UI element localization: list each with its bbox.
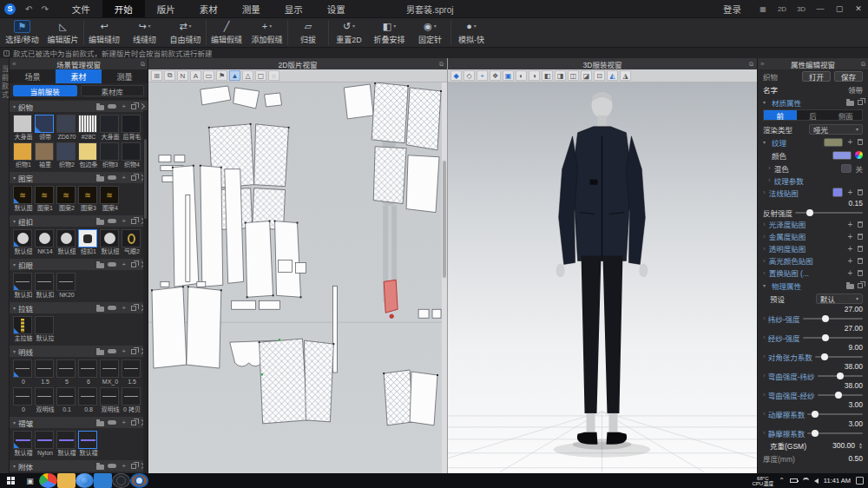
topstitch-swatch[interactable]: 双明线 xyxy=(100,387,121,413)
viewport-2d-tool-icon[interactable]: ▲ xyxy=(229,70,240,81)
viewport-3d-tool-icon[interactable]: ◧ xyxy=(542,70,553,81)
slider-track[interactable] xyxy=(807,432,863,434)
thickness-value[interactable]: 0.50 xyxy=(848,454,863,463)
fabric-swatch[interactable]: #28C xyxy=(78,115,99,141)
folder-icon[interactable] xyxy=(846,101,854,106)
section-tool-icon[interactable] xyxy=(96,421,104,426)
physical-section-header[interactable]: ▾ 物理属性 xyxy=(758,279,868,292)
ribbon-tool-button[interactable]: ↪▾ 线缝纫 xyxy=(124,20,165,45)
viewport-3d-tool-icon[interactable]: ◐ xyxy=(516,70,527,81)
clock[interactable]: 11:41 AM xyxy=(824,477,851,485)
fabric-swatch[interactable]: 大身面 xyxy=(100,115,121,141)
section-tool-icon[interactable] xyxy=(96,176,104,181)
slider-track[interactable] xyxy=(807,413,863,415)
render-type-select[interactable]: 哑光▾ xyxy=(809,124,863,135)
layout-toggle-icon[interactable]: ▦ xyxy=(755,0,771,17)
section-tool-icon[interactable] xyxy=(108,420,116,425)
viewport-2d-tool-icon[interactable]: ▢ xyxy=(255,70,266,81)
section-tool-icon[interactable] xyxy=(96,307,104,312)
popout-icon[interactable]: ⧉ xyxy=(141,61,145,68)
popout-icon[interactable]: ⧉ xyxy=(861,61,865,68)
viewport-3d-tool-icon[interactable]: ▣ xyxy=(503,70,514,81)
topstitch-swatch[interactable]: 0 拷贝 xyxy=(122,387,142,413)
section-tool-icon[interactable] xyxy=(108,464,116,468)
blend-swatch[interactable] xyxy=(841,164,852,173)
taskbar-app-icon[interactable] xyxy=(94,473,112,488)
pattern-swatch[interactable]: 图案2 xyxy=(56,186,77,212)
pattern-swatch[interactable]: 默认图 xyxy=(13,186,34,212)
section-header-attachments[interactable]: ▾ 附体 + xyxy=(10,460,148,472)
map-label[interactable]: 光泽度贴图 xyxy=(769,219,806,229)
map-label[interactable]: 置换贴图 (... xyxy=(769,267,809,278)
normal-map-label[interactable]: 法线贴图 xyxy=(769,188,799,198)
pattern-canvas[interactable] xyxy=(148,82,447,473)
pleat-swatch[interactable]: 默认褶 xyxy=(56,431,77,457)
section-tool-icon[interactable] xyxy=(131,262,136,267)
collapse-icon[interactable]: « xyxy=(12,60,16,68)
add-icon[interactable]: + xyxy=(846,232,854,241)
topstitch-swatch[interactable]: 0.8 xyxy=(78,387,99,413)
topstitch-swatch[interactable]: 1.5 xyxy=(122,359,142,386)
pleat-swatch[interactable]: Nylon xyxy=(35,431,56,457)
section-header-patterns[interactable]: ▾ 图案 + xyxy=(10,172,148,183)
trash-icon[interactable] xyxy=(858,246,863,252)
save-button[interactable]: 保存 xyxy=(834,71,863,82)
viewport-3d-tool-icon[interactable]: ❖ xyxy=(490,70,501,81)
section-header-pleats[interactable]: ▾ 褶皱 + xyxy=(10,417,148,428)
color-swatch[interactable] xyxy=(832,151,852,160)
copy-icon[interactable] xyxy=(858,283,863,288)
viewport-3d-tool-icon[interactable]: ◭ xyxy=(607,70,618,81)
viewport-3d-tool-icon[interactable]: ⊡ xyxy=(594,70,605,81)
dropdown-caret-icon[interactable]: ▾ xyxy=(474,20,477,33)
layout-toggle-icon[interactable]: 2D xyxy=(774,0,790,17)
slider-knob[interactable] xyxy=(812,411,819,418)
section-tool-icon[interactable] xyxy=(108,306,116,310)
add-icon[interactable]: + xyxy=(846,268,854,278)
taskbar-app-icon[interactable] xyxy=(76,473,94,488)
taskbar-app-icon[interactable] xyxy=(39,473,57,488)
section-header-buttons[interactable]: ▾ 纽扣 + xyxy=(10,215,148,227)
ribbon-tool-button[interactable]: ▱ 归拔 xyxy=(287,20,328,45)
slider-knob[interactable] xyxy=(806,209,813,216)
section-tool-icon[interactable] xyxy=(131,464,136,469)
battery-icon[interactable] xyxy=(790,478,798,483)
dropdown-caret-icon[interactable]: ▾ xyxy=(269,20,272,33)
map-label[interactable]: 透明度贴图 xyxy=(769,243,806,254)
topstitch-swatch[interactable]: 5 xyxy=(56,359,77,386)
menu-item[interactable]: 版片 xyxy=(145,0,187,17)
slider-track[interactable] xyxy=(818,375,863,377)
hidden-icons-chevron[interactable]: ⌃ xyxy=(779,477,785,485)
section-tool-icon[interactable] xyxy=(96,350,104,355)
viewport-2d-tool-icon[interactable]: ⚑ xyxy=(216,70,227,81)
map-label[interactable]: 金属度贴图 xyxy=(769,231,806,241)
ribbon-tool-button[interactable]: ╱ 编辑假缝 xyxy=(206,20,247,45)
trash-icon[interactable] xyxy=(858,139,863,145)
viewport-2d-tool-icon[interactable]: ⧉ xyxy=(164,70,175,81)
start-button[interactable] xyxy=(0,473,21,488)
ribbon-tool-button[interactable]: ⇄▾ 自由缝纫 xyxy=(165,20,206,45)
buttonhole-swatch[interactable]: 默认扣 xyxy=(13,273,34,299)
viewport-3d-tool-icon[interactable]: ◫ xyxy=(568,70,579,81)
trash-icon[interactable] xyxy=(858,258,863,264)
menu-item[interactable]: 素材 xyxy=(187,0,230,17)
library-subtab[interactable]: 当前服装 xyxy=(13,85,77,96)
dropdown-caret-icon[interactable]: ▾ xyxy=(352,20,355,33)
slider-knob[interactable] xyxy=(822,334,829,341)
dropdown-caret-icon[interactable]: ▾ xyxy=(393,20,396,33)
fabric-swatch[interactable]: 织物3 xyxy=(100,142,121,168)
reflect-track[interactable] xyxy=(795,212,863,214)
zipper-swatch[interactable]: 默认拉 xyxy=(35,316,56,342)
section-tool-icon[interactable]: + xyxy=(120,305,128,312)
section-header-buttonholes[interactable]: ▾ 扣眼 + xyxy=(10,259,148,270)
fabric-face-tab[interactable]: 前 xyxy=(764,110,797,120)
layout-toggle-icon[interactable]: 3D xyxy=(793,0,809,17)
section-tool-icon[interactable]: + xyxy=(120,261,128,268)
popout-icon[interactable]: ⧉ xyxy=(439,61,444,68)
popout-icon[interactable]: ⧉ xyxy=(749,61,753,68)
minimize-button[interactable]: — xyxy=(811,0,830,17)
slider-knob[interactable] xyxy=(821,353,828,360)
trash-icon[interactable] xyxy=(858,189,863,195)
maximize-button[interactable]: ▢ xyxy=(830,0,849,17)
section-tool-icon[interactable] xyxy=(96,220,104,225)
viewport-2d-scrollbar[interactable] xyxy=(442,82,447,473)
